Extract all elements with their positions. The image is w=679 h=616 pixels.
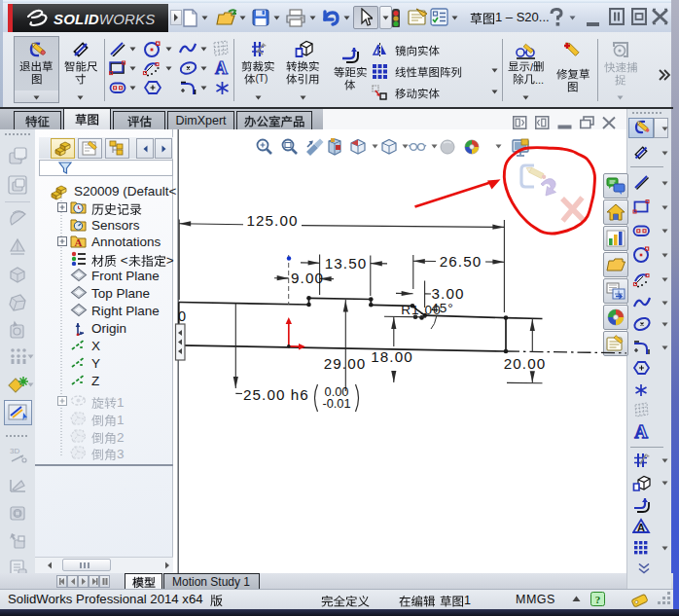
- svg-text:A: A: [215, 59, 228, 77]
- svg-text:?: ?: [595, 594, 601, 605]
- svg-text:A: A: [637, 522, 645, 533]
- svg-text:SOLIDWORKS: SOLIDWORKS: [54, 11, 156, 27]
- svg-text:3D: 3D: [10, 447, 19, 455]
- svg-text:A: A: [75, 236, 83, 248]
- svg-text:A: A: [634, 422, 648, 442]
